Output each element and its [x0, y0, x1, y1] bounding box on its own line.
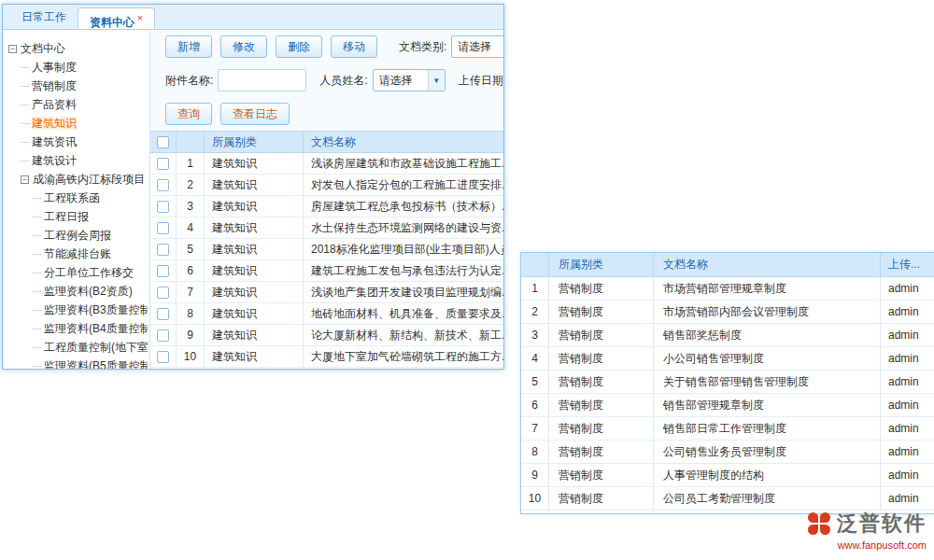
checkbox-icon — [157, 222, 169, 234]
table-row[interactable]: 2 营销制度 市场营销部内部会议管理制度 admin — [521, 301, 934, 324]
table-row[interactable]: 9 营销制度 人事管理制度的结构 admin — [521, 464, 934, 487]
row-category: 建筑知识 — [205, 196, 304, 217]
table-row[interactable]: 5 建筑知识 2018标准化监理项目部(业主项目部)人员... — [150, 239, 503, 260]
tree-item-construction-design[interactable]: 建筑设计 — [8, 151, 148, 170]
row-uploader: admin — [881, 441, 934, 463]
row-checkbox[interactable] — [150, 346, 177, 367]
checkbox-icon — [157, 287, 169, 299]
tree-item[interactable]: 工程质量控制(地下室) — [8, 338, 148, 357]
table-row[interactable]: 1 营销制度 市场营销部管理规章制度 admin — [521, 277, 934, 301]
document-tree: −文档中心 人事制度 营销制度 产品资料 建筑知识 建筑资讯 建筑设计 −成渝高… — [3, 30, 150, 369]
table-row[interactable]: 10 营销制度 公司员工考勤管理制度 admin — [521, 487, 934, 511]
row-uploader: admin — [881, 371, 934, 393]
row-checkbox[interactable] — [150, 282, 177, 302]
row-number: 1 — [177, 153, 205, 174]
table-row[interactable]: 3 营销制度 销售部奖惩制度 admin — [521, 324, 934, 347]
tree-item-product[interactable]: 产品资料 — [8, 95, 148, 114]
table-row[interactable]: 8 营销制度 公司销售业务员管理制度 admin — [521, 441, 934, 464]
row-uploader: admin — [881, 487, 934, 510]
row-uploader: admin — [881, 347, 934, 370]
select-all-checkbox[interactable] — [150, 132, 177, 152]
tree-item-construction-knowledge[interactable]: 建筑知识 — [8, 114, 148, 133]
tree-label: 节能减排台账 — [44, 247, 111, 260]
table-row[interactable]: 6 营销制度 销售部管理规章制度 admin — [521, 394, 934, 417]
table-row[interactable]: 9 建筑知识 论大厦新材料、新结构、新技术、新工... — [150, 325, 503, 346]
collapse-icon[interactable]: − — [21, 175, 29, 184]
row-checkbox[interactable] — [150, 260, 177, 281]
checkbox-icon — [157, 158, 169, 170]
row-checkbox[interactable] — [150, 303, 177, 324]
row-category: 营销制度 — [549, 324, 654, 346]
row-category: 建筑知识 — [205, 325, 304, 345]
table-row[interactable]: 3 建筑知识 房屋建筑工程总承包投标书（技术标）... — [150, 196, 503, 217]
table-row[interactable]: 1 建筑知识 浅谈房屋建筑和市政基础设施工程施工... — [150, 153, 503, 175]
tree-label: 工程质量控制(地下室) — [44, 341, 148, 354]
row-checkbox[interactable] — [150, 175, 177, 195]
tree-item[interactable]: 监理资料(B4质量控制) — [8, 319, 148, 338]
select-value: 请选择 — [379, 73, 413, 89]
tree-item-construction-news[interactable]: 建筑资讯 — [8, 133, 148, 151]
tree-item[interactable]: 节能减排台账 — [8, 245, 148, 263]
tree-item[interactable]: 分工单位工作移交 — [8, 263, 148, 282]
table-row[interactable]: 4 建筑知识 水土保持生态环境监测网络的建设与资... — [150, 217, 503, 239]
collapse-icon[interactable]: − — [8, 45, 17, 53]
tree-label: 监理资料(B5质量控制) — [44, 359, 148, 369]
tree-node-project[interactable]: −成渝高铁内江标段项目 — [8, 170, 148, 189]
delete-button[interactable]: 删除 — [276, 35, 322, 58]
tree-item[interactable]: 监理资料(B2资质) — [8, 282, 148, 301]
tree-item[interactable]: 监理资料(B5质量控制) — [8, 357, 148, 369]
row-number: 2 — [521, 301, 549, 323]
brand-block: 泛普软件 www.fanpusoft.com — [807, 510, 927, 551]
checkbox-icon — [157, 136, 169, 148]
table-row[interactable]: 2 建筑知识 对发包人指定分包的工程施工进度安排... — [150, 175, 503, 196]
brand-name: 泛普软件 — [837, 510, 927, 538]
query-button[interactable]: 查询 — [165, 103, 212, 125]
tree-item[interactable]: 工程例会周报 — [8, 226, 148, 245]
doc-category-select[interactable]: 请选择 ▼ — [451, 35, 503, 58]
tree-item[interactable]: 监理资料(B3质量控制) — [8, 301, 148, 319]
modify-button[interactable]: 修改 — [220, 35, 267, 58]
row-checkbox[interactable] — [150, 153, 177, 174]
table-row[interactable]: 8 建筑知识 地砖地面材料、机具准备、质量要求及... — [150, 303, 503, 325]
row-uploader: admin — [881, 394, 934, 416]
column-header-category: 所属别类 — [205, 132, 304, 152]
brand-url[interactable]: www.fanpusoft.com — [807, 539, 927, 551]
row-checkbox[interactable] — [150, 325, 177, 345]
row-docname: 销售部管理规章制度 — [654, 394, 881, 416]
row-category: 建筑知识 — [205, 303, 304, 324]
row-docname: 销售部日常工作管理制度 — [654, 417, 881, 440]
view-log-button[interactable]: 查看日志 — [220, 103, 290, 125]
tree-node-document-center[interactable]: −文档中心 — [8, 39, 148, 58]
row-docname: 浅谈房屋建筑和市政基础设施工程施工... — [304, 153, 503, 174]
table-row[interactable]: 7 营销制度 销售部日常工作管理制度 admin — [521, 417, 934, 441]
table-row[interactable]: 10 建筑知识 大厦地下室加气砼墙砌筑工程的施工方... — [150, 346, 503, 368]
row-category: 营销制度 — [549, 277, 654, 300]
add-button[interactable]: 新增 — [165, 35, 212, 58]
tab-daily-work[interactable]: 日常工作 — [10, 7, 78, 29]
row-checkbox[interactable] — [150, 196, 177, 217]
toolbar-query: 查询 查看日志 — [150, 97, 503, 131]
tree-item[interactable]: 工程联系函 — [8, 189, 148, 207]
person-name-select[interactable]: 请选择 ▼ — [373, 69, 446, 91]
row-category: 建筑知识 — [205, 282, 304, 302]
toolbar-filters: 附件名称: 人员姓名: 请选择 ▼ 上传日期: — [150, 63, 503, 97]
row-checkbox[interactable] — [150, 217, 177, 238]
close-icon[interactable]: × — [137, 13, 143, 23]
table-row[interactable]: 4 营销制度 小公司销售管理制度 admin — [521, 347, 934, 371]
tree-label: 工程日报 — [44, 210, 89, 223]
move-button[interactable]: 移动 — [331, 35, 377, 58]
tab-label: 资料中心 — [90, 16, 134, 29]
tree-label: 监理资料(B4质量控制) — [44, 322, 148, 335]
row-uploader: admin — [881, 277, 934, 300]
row-number: 3 — [521, 324, 549, 346]
attachment-name-input[interactable] — [218, 69, 306, 91]
tree-item[interactable]: 工程日报 — [8, 207, 148, 226]
row-checkbox[interactable] — [150, 239, 177, 259]
table-row[interactable]: 6 建筑知识 建筑工程施工发包与承包违法行为认定... — [150, 260, 503, 282]
tab-data-center[interactable]: 资料中心× — [78, 7, 155, 29]
document-center-window: 日常工作 资料中心× −文档中心 人事制度 营销制度 产品资料 建筑知识 建筑资… — [2, 4, 504, 370]
table-row[interactable]: 5 营销制度 关于销售部管理销售管理制度 admin — [521, 371, 934, 394]
tree-item-hr[interactable]: 人事制度 — [8, 58, 148, 77]
table-row[interactable]: 7 建筑知识 浅谈地产集团开发建设项目监理规划编... — [150, 282, 503, 303]
tree-item-marketing[interactable]: 营销制度 — [8, 77, 148, 95]
